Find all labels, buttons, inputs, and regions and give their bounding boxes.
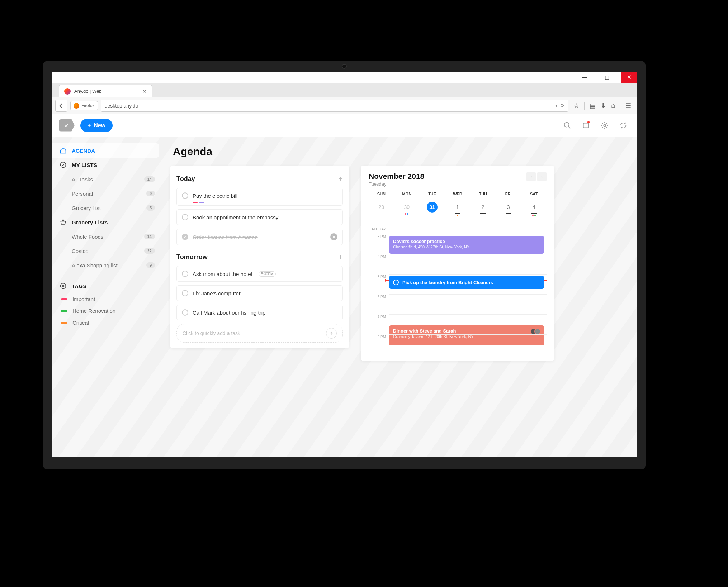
sidebar-item-alexa-shopping[interactable]: Alexa Shopping list 9	[52, 258, 163, 272]
task-row[interactable]: Call Mark about our fishing trip	[176, 305, 343, 320]
calendar-date-cell[interactable]: 2	[470, 200, 496, 218]
time-label: 3 PM	[369, 234, 389, 239]
add-task-tomorrow-button[interactable]: +	[338, 252, 343, 262]
svg-point-5	[61, 283, 66, 289]
sidebar-section-grocery[interactable]: Grocery Lists	[52, 215, 163, 229]
time-label: 7 PM	[369, 314, 389, 319]
home-icon	[60, 147, 67, 154]
svg-point-3	[604, 124, 606, 127]
event-soccer[interactable]: David's soccer practice Chelsea field, 4…	[389, 236, 544, 254]
basket-icon	[60, 219, 67, 226]
section-tomorrow-title: Tomorrow	[176, 253, 208, 261]
window-controls: — ◻ ✕	[52, 72, 637, 83]
app-header: ✓ + New	[52, 114, 637, 137]
sidebar-item-costco[interactable]: Costco 22	[52, 244, 163, 258]
toolbar-divider	[584, 102, 585, 110]
tag-color-icon	[61, 310, 67, 312]
new-button[interactable]: + New	[80, 119, 113, 132]
main-content: Agenda Today + Pay the electric bill	[163, 137, 637, 457]
card-icon	[582, 121, 590, 129]
task-checkbox-checked[interactable]: ✓	[182, 234, 188, 240]
task-checkbox[interactable]	[182, 192, 188, 199]
sidebar-item-grocery-list[interactable]: Grocery List 5	[52, 201, 163, 215]
task-text: Ask mom about the hotel	[193, 271, 252, 277]
calendar-date-cell[interactable]: 31	[420, 200, 445, 218]
search-button[interactable]	[561, 119, 574, 132]
count-badge: 22	[144, 248, 155, 254]
time-label: 8 PM	[369, 334, 389, 339]
browser-tab[interactable]: Any.do | Web ✕	[59, 85, 152, 97]
url-bar[interactable]: desktop.any.do ▾ ⟳	[101, 100, 568, 112]
settings-button[interactable]	[598, 119, 611, 132]
task-text: Order tissues from Amazon	[193, 234, 258, 240]
svg-rect-2	[583, 123, 589, 128]
delete-task-button[interactable]: ✕	[330, 233, 337, 240]
calendar-date-cell[interactable]: 29	[369, 200, 394, 218]
svg-line-1	[568, 126, 571, 128]
firefox-logo-icon	[74, 103, 79, 109]
calendar-prev-button[interactable]: ‹	[526, 172, 536, 181]
tag-important[interactable]: Important	[52, 293, 163, 305]
calendar-dates-row: 2930311234	[369, 200, 547, 218]
sync-button[interactable]	[617, 119, 630, 132]
calendar-date-cell[interactable]: 1	[445, 200, 471, 218]
sidebar-item-personal[interactable]: Personal 9	[52, 186, 163, 201]
task-row[interactable]: Book an appotiment at the embassy	[176, 209, 343, 225]
home-icon[interactable]: ⌂	[611, 102, 615, 110]
dropdown-icon[interactable]: ▾	[555, 103, 558, 108]
tag-critical[interactable]: Critical	[52, 317, 163, 329]
quick-add-submit-button[interactable]	[326, 328, 337, 339]
window-maximize-button[interactable]: ◻	[599, 72, 615, 83]
menu-icon[interactable]: ☰	[625, 102, 631, 110]
task-tag-icon	[193, 202, 198, 203]
url-text: desktop.any.do	[105, 103, 552, 109]
calendar-date-cell[interactable]: 30	[394, 200, 420, 218]
sidebar-section-tags[interactable]: TAGS	[52, 279, 163, 293]
check-circle-icon	[60, 161, 67, 168]
event-dinner[interactable]: Dinner with Steve and Sarah Gramercy Tav…	[389, 325, 544, 345]
task-row[interactable]: Pay the electric bill	[176, 188, 343, 206]
task-text: Call Mark about our fishing trip	[193, 310, 265, 316]
calendar-date-cell[interactable]: 3	[496, 200, 521, 218]
task-row-completed[interactable]: ✓ Order tissues from Amazon ✕	[176, 229, 343, 245]
calendar-dayname: Tuesday	[369, 181, 424, 187]
back-button[interactable]	[55, 100, 67, 112]
add-task-today-button[interactable]: +	[338, 174, 343, 183]
sidebar-section-mylists[interactable]: MY LISTS	[52, 158, 163, 172]
firefox-badge[interactable]: Firefox	[70, 101, 98, 110]
window-close-button[interactable]: ✕	[621, 72, 637, 83]
tag-icon	[60, 282, 67, 290]
tab-strip: Any.do | Web ✕	[52, 83, 637, 97]
sidebar-item-whole-foods[interactable]: Whole Foods 14	[52, 229, 163, 244]
calendar-date-cell[interactable]: 4	[521, 200, 547, 218]
task-checkbox[interactable]	[182, 214, 188, 220]
arrow-up-icon	[329, 331, 334, 336]
quick-add-input[interactable]: Click to quickly add a task	[176, 324, 343, 343]
svg-point-6	[62, 285, 64, 287]
firefox-label: Firefox	[81, 103, 95, 108]
tab-close-button[interactable]: ✕	[142, 89, 147, 94]
calendar-next-button[interactable]: ›	[537, 172, 547, 181]
check-icon: ✓	[64, 121, 70, 129]
task-checkbox[interactable]	[182, 271, 188, 277]
task-checkbox[interactable]	[182, 309, 188, 316]
event-checkbox-icon[interactable]	[393, 280, 399, 285]
calendar-timeline: 3 PM David's soccer practice Chelsea fie…	[369, 234, 547, 354]
svg-point-4	[61, 162, 66, 168]
window-minimize-button[interactable]: —	[577, 72, 592, 83]
task-text: Fix Jane's computer	[193, 290, 241, 296]
tasks-panel: Today + Pay the electric bill	[170, 166, 349, 348]
sidebar-item-all-tasks[interactable]: All Tasks 14	[52, 172, 163, 186]
task-row[interactable]: Fix Jane's computer	[176, 285, 343, 301]
task-checkbox[interactable]	[182, 290, 188, 296]
reload-icon[interactable]: ⟳	[561, 103, 564, 108]
sidebar-item-agenda[interactable]: AGENDA	[52, 143, 159, 158]
task-row[interactable]: Ask mom about the hotel 5:30PM	[176, 266, 343, 282]
clipboard-icon[interactable]: ▤	[590, 102, 596, 110]
tag-home-renovation[interactable]: Home Renovation	[52, 305, 163, 317]
download-icon[interactable]: ⬇	[601, 102, 606, 110]
app-logo[interactable]: ✓	[59, 119, 75, 132]
notifications-button[interactable]	[580, 119, 592, 132]
event-laundry[interactable]: Pick up the laundry from Bright Cleaners	[389, 276, 544, 289]
bookmark-icon[interactable]: ☆	[573, 102, 579, 110]
